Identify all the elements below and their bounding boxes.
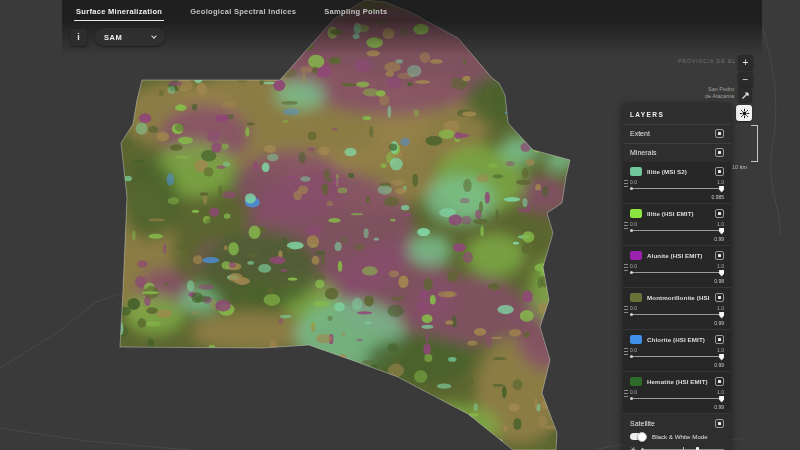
mineral-visibility-toggle[interactable] (715, 167, 724, 176)
threshold-value: 0.99 (630, 404, 724, 410)
slider-start-dot (630, 187, 633, 190)
threshold-slider-handle[interactable] (719, 228, 724, 235)
zoom-in-button[interactable]: + (738, 55, 753, 70)
mineral-name: Alunite (HSI EMIT) (647, 252, 710, 259)
drag-handle-icon[interactable] (624, 390, 628, 397)
info-icon: i (77, 32, 80, 42)
bw-mode-label: Black & White Mode (652, 433, 708, 440)
mineral-color-swatch (630, 209, 642, 218)
slider-max-label: 1.0 (717, 347, 724, 353)
slider-max-label: 1.0 (717, 221, 724, 227)
visibility-dot-icon (718, 254, 721, 257)
brightness-icon: ☀ (630, 446, 636, 450)
mineral-layer-card: Illite (HSI EMIT) 0.0 1.0 0.99 (623, 204, 731, 246)
mineral-visibility-toggle[interactable] (715, 293, 724, 302)
slider-track (630, 314, 724, 315)
visibility-dot-icon (718, 170, 721, 173)
layer-row-minerals[interactable]: Minerals (623, 144, 731, 162)
visibility-dot-icon (718, 212, 721, 215)
extent-visibility-toggle[interactable] (715, 129, 724, 138)
layers-panel-title: LAYERS (623, 103, 731, 124)
brightness-slider[interactable] (641, 446, 724, 450)
method-dropdown-value: SAM (104, 33, 122, 42)
info-button[interactable]: i (70, 29, 87, 46)
eye-icon (739, 108, 750, 119)
mineral-layer-card: Montmorillonite (HSI EMIT) 0.0 1.0 0.99 (623, 288, 731, 330)
slider-track (630, 188, 724, 189)
threshold-slider-handle[interactable] (719, 354, 724, 361)
satellite-visibility-toggle[interactable] (715, 419, 724, 428)
mineral-visibility-toggle[interactable] (715, 377, 724, 386)
threshold-slider[interactable] (630, 228, 724, 235)
threshold-value: 0.985 (630, 194, 724, 200)
slider-start-dot (630, 229, 633, 232)
method-dropdown[interactable]: SAM (95, 28, 165, 46)
drag-handle-icon[interactable] (624, 348, 628, 355)
slider-track (630, 356, 724, 357)
mineral-visibility-toggle[interactable] (715, 335, 724, 344)
slider-track (630, 230, 724, 231)
bw-mode-toggle[interactable] (630, 433, 646, 440)
mineral-layer-card: Chlorite (HSI EMIT) 0.0 1.0 0.99 (623, 330, 731, 372)
mineral-layer-card: Alunite (HSI EMIT) 0.0 1.0 0.98 (623, 246, 731, 288)
threshold-slider[interactable] (630, 186, 724, 193)
slider-max-label: 1.0 (717, 263, 724, 269)
extent-label: Extent (630, 130, 650, 137)
drag-handle-icon[interactable] (624, 222, 628, 229)
threshold-slider[interactable] (630, 396, 724, 403)
slider-track (630, 272, 724, 273)
satellite-label: Satellite (630, 420, 655, 427)
toggle-knob (637, 432, 647, 442)
mineral-color-swatch (630, 167, 642, 176)
tab-sampling-points[interactable]: Sampling Points (310, 0, 401, 22)
mineral-visibility-toggle[interactable] (715, 251, 724, 260)
threshold-value: 0.99 (630, 362, 724, 368)
slider-min-label: 0.0 (630, 305, 637, 311)
visibility-dot-icon (718, 422, 721, 425)
layers-visibility-button[interactable] (736, 105, 752, 121)
brightness-slider-handle[interactable] (696, 447, 700, 450)
slider-max-label: 1.0 (717, 179, 724, 185)
mineral-color-swatch (630, 335, 642, 344)
threshold-slider[interactable] (630, 312, 724, 319)
mineral-layer-card: Illite (MSI S2) 0.0 1.0 0.985 (623, 162, 731, 204)
threshold-slider-handle[interactable] (719, 186, 724, 193)
slider-track (630, 398, 724, 399)
satellite-section: Satellite Black & White Mode ☀ (623, 414, 731, 450)
threshold-value: 0.99 (630, 320, 724, 326)
mineral-name: Montmorillonite (HSI EMIT) (647, 294, 710, 301)
slider-max-label: 1.0 (717, 389, 724, 395)
tab-geological-spectral-indices[interactable]: Geological Spectral Indices (176, 0, 310, 22)
tab-surface-mineralization[interactable]: Surface Mineralization (62, 0, 176, 22)
mineral-name: Illite (MSI S2) (647, 168, 710, 175)
visibility-dot-icon (718, 151, 721, 154)
mineral-name: Illite (HSI EMIT) (647, 210, 710, 217)
drag-handle-icon[interactable] (624, 306, 628, 313)
threshold-slider[interactable] (630, 354, 724, 361)
visibility-dot-icon (718, 338, 721, 341)
layers-panel: LAYERS Extent Minerals Illite (MSI S2) 0… (623, 103, 731, 450)
visibility-dot-icon (718, 132, 721, 135)
drag-handle-icon[interactable] (624, 264, 628, 271)
threshold-slider-handle[interactable] (719, 396, 724, 403)
visibility-dot-icon (718, 296, 721, 299)
zoom-out-button[interactable]: − (738, 72, 753, 87)
minerals-visibility-toggle[interactable] (715, 148, 724, 157)
threshold-slider-handle[interactable] (719, 270, 724, 277)
mineral-visibility-toggle[interactable] (715, 209, 724, 218)
slider-min-label: 0.0 (630, 347, 637, 353)
threshold-slider-handle[interactable] (719, 312, 724, 319)
layer-row-extent[interactable]: Extent (623, 125, 731, 143)
locate-button[interactable] (738, 88, 752, 102)
drag-handle-icon[interactable] (624, 180, 628, 187)
slider-start-dot (630, 271, 633, 274)
slider-start-dot (630, 355, 633, 358)
slider-min-label: 0.0 (630, 263, 637, 269)
mineral-name: Hematite (HSI EMIT) (647, 378, 710, 385)
threshold-slider[interactable] (630, 270, 724, 277)
top-tab-bar: Surface Mineralization Geological Spectr… (62, 0, 762, 22)
slider-start-dot (630, 397, 633, 400)
mineral-color-swatch (630, 293, 642, 302)
threshold-value: 0.98 (630, 278, 724, 284)
mineral-color-swatch (630, 377, 642, 386)
